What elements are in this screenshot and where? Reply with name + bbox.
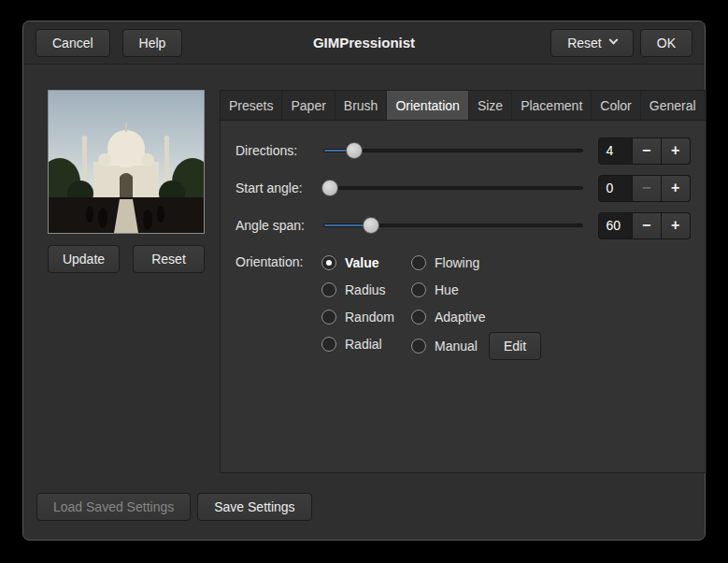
start-angle-label: Start angle: <box>236 180 321 195</box>
tab-paper[interactable]: Paper <box>282 91 335 120</box>
angle-span-minus-button[interactable]: − <box>633 212 662 239</box>
angle-span-label: Angle span: <box>236 218 321 233</box>
tab-brush[interactable]: Brush <box>335 91 388 120</box>
slider-handle[interactable] <box>363 217 379 234</box>
slider-handle[interactable] <box>346 142 363 159</box>
directions-label: Directions: <box>236 143 321 158</box>
orientation-radio-group: Orientation: Value Radius <box>236 249 691 362</box>
plus-icon: + <box>671 180 679 195</box>
directions-minus-button[interactable]: − <box>633 137 662 165</box>
radio-icon <box>321 337 336 352</box>
save-settings-button[interactable]: Save Settings <box>197 493 311 521</box>
directions-slider[interactable] <box>321 137 585 165</box>
radio-icon <box>321 282 336 297</box>
cancel-button[interactable]: Cancel <box>36 29 110 57</box>
radio-manual[interactable]: Manual <box>411 333 478 360</box>
start-angle-value[interactable]: 0 <box>598 175 633 202</box>
manual-row: Manual Edit <box>411 330 541 362</box>
tab-bar: Presets Paper Brush Orientation Size Pla… <box>221 91 706 121</box>
tab-general[interactable]: General <box>641 91 706 120</box>
radio-radius[interactable]: Radius <box>321 276 411 303</box>
start-angle-plus-button[interactable]: + <box>662 175 691 202</box>
radio-hue[interactable]: Hue <box>411 276 541 303</box>
slider-fill <box>324 224 368 226</box>
angle-span-value[interactable]: 60 <box>598 212 633 239</box>
start-angle-row: Start angle: 0 − + <box>236 174 691 202</box>
preview-panel: Update Reset <box>48 90 205 473</box>
minus-icon: − <box>642 143 650 158</box>
orientation-label: Orientation: <box>236 249 321 276</box>
angle-span-row: Angle span: 60 − + <box>236 211 691 239</box>
radio-value[interactable]: Value <box>321 249 411 276</box>
directions-spinbutton: 4 − + <box>598 137 691 165</box>
directions-row: Directions: 4 − + <box>236 137 691 165</box>
radio-column-2: Flowing Hue Adaptive <box>411 249 541 362</box>
start-angle-minus-button[interactable]: − <box>633 175 662 202</box>
directions-plus-button[interactable]: + <box>662 137 691 165</box>
preview-image <box>49 91 204 233</box>
chevron-down-icon <box>608 36 618 45</box>
slider-handle[interactable] <box>321 180 338 196</box>
directions-value[interactable]: 4 <box>598 137 633 165</box>
plus-icon: + <box>671 218 679 233</box>
tab-placement[interactable]: Placement <box>512 91 592 120</box>
reset-dropdown-button[interactable]: Reset <box>550 29 634 57</box>
tab-orientation[interactable]: Orientation <box>387 91 468 120</box>
start-angle-slider[interactable] <box>321 174 585 202</box>
update-preview-button[interactable]: Update <box>48 245 120 273</box>
radio-flowing[interactable]: Flowing <box>411 249 541 276</box>
header-bar: GIMPressionist Cancel Help Reset OK <box>23 22 705 65</box>
load-saved-settings-button[interactable]: Load Saved Settings <box>36 493 191 521</box>
radio-random[interactable]: Random <box>321 303 411 330</box>
radio-icon <box>321 310 336 325</box>
angle-span-slider[interactable] <box>321 211 585 239</box>
radio-column-1: Value Radius Random <box>321 249 411 362</box>
settings-notebook: Presets Paper Brush Orientation Size Pla… <box>220 90 707 473</box>
main-content: Update Reset Presets Paper Brush Orienta… <box>23 65 705 473</box>
header-actions: Reset OK <box>550 29 692 57</box>
radio-selected-icon <box>321 255 336 270</box>
radio-icon <box>411 310 426 325</box>
angle-span-plus-button[interactable]: + <box>662 212 691 239</box>
reset-preview-button[interactable]: Reset <box>133 245 205 273</box>
radio-icon <box>411 282 426 297</box>
radio-icon <box>411 339 426 354</box>
start-angle-spinbutton: 0 − + <box>598 175 691 202</box>
ok-button[interactable]: OK <box>640 29 692 57</box>
minus-icon: − <box>642 180 650 195</box>
help-button[interactable]: Help <box>122 29 183 57</box>
tab-color[interactable]: Color <box>592 91 640 120</box>
tab-size[interactable]: Size <box>469 91 512 120</box>
gimpressionist-dialog: GIMPressionist Cancel Help Reset OK <box>22 21 706 541</box>
orientation-panel: Directions: 4 − + Start angle: <box>221 121 706 371</box>
radio-radial[interactable]: Radial <box>321 330 411 357</box>
preview-frame <box>48 90 205 234</box>
radio-grid: Value Radius Random <box>321 249 541 362</box>
tab-presets[interactable]: Presets <box>221 91 282 120</box>
edit-button[interactable]: Edit <box>489 332 541 360</box>
radio-adaptive[interactable]: Adaptive <box>411 303 541 330</box>
reset-dropdown-label: Reset <box>567 36 602 51</box>
plus-icon: + <box>671 143 679 158</box>
radio-icon <box>411 255 426 270</box>
footer-bar: Load Saved Settings Save Settings <box>36 493 312 521</box>
preview-actions: Update Reset <box>48 245 205 273</box>
angle-span-spinbutton: 60 − + <box>598 212 691 239</box>
minus-icon: − <box>642 218 650 233</box>
slider-trough <box>323 186 583 190</box>
